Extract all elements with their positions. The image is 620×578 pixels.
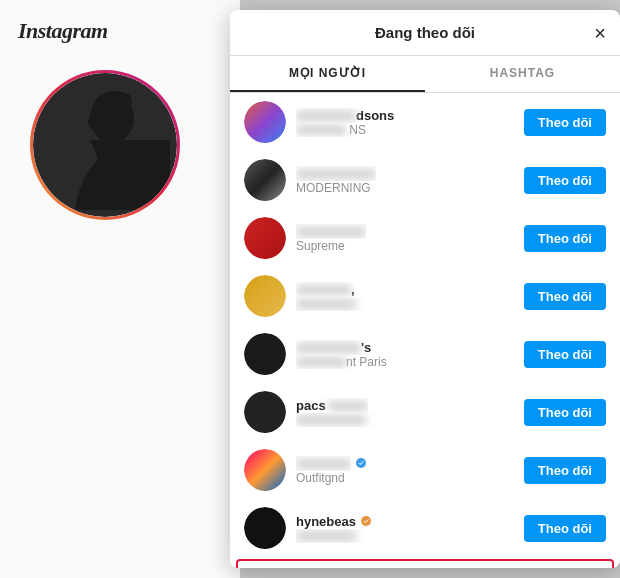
verified-icon [360, 515, 372, 527]
modal-tabs: MỌI NGƯỜI HASHTAG [230, 56, 620, 93]
follow-button[interactable]: Theo dõi [524, 283, 606, 310]
user-list: dsons NS Theo dõi MODERNING [230, 93, 620, 568]
tab-moi-nguoi[interactable]: MỌI NGƯỜI [230, 56, 425, 92]
user-info: pacs [296, 398, 514, 427]
user-info: Outfitgnd [296, 456, 514, 485]
user-info: MODERNING [296, 166, 514, 195]
user-info: 's nt Paris [296, 340, 514, 369]
follow-button[interactable]: Theo dõi [524, 341, 606, 368]
user-row: pacs Theo dõi [230, 383, 620, 441]
svg-point-0 [90, 93, 134, 143]
modal-close-button[interactable]: × [594, 23, 606, 43]
user-row: Supreme Theo dõi [230, 209, 620, 267]
avatar [244, 391, 286, 433]
instagram-logo: Instagram [18, 18, 108, 44]
username: pacs [296, 398, 368, 413]
user-info: hynebeas [296, 514, 514, 543]
display-name [296, 413, 514, 427]
username: 's [296, 340, 371, 355]
avatar [244, 449, 286, 491]
user-info: dsons NS [296, 108, 514, 137]
user-row: dsons NS Theo dõi [230, 93, 620, 151]
user-row-highlighted: thieubaotram Thiều Bảo Trâm 🇻🇳 Đang theo… [236, 559, 614, 568]
display-name: Supreme [296, 239, 514, 253]
modal-header: Đang theo dõi × [230, 10, 620, 56]
user-row: , Theo dõi [230, 267, 620, 325]
avatar [244, 333, 286, 375]
avatar [244, 101, 286, 143]
user-info: Supreme [296, 224, 514, 253]
follow-button[interactable]: Theo dõi [524, 515, 606, 542]
user-row: hynebeas Theo dõi [230, 499, 620, 557]
user-info: , [296, 282, 514, 311]
follow-button[interactable]: Theo dõi [524, 225, 606, 252]
follow-button[interactable]: Theo dõi [524, 457, 606, 484]
display-name [296, 529, 514, 543]
username [296, 166, 376, 181]
modal-title: Đang theo dõi [375, 24, 475, 41]
avatar [244, 507, 286, 549]
follow-button[interactable]: Theo dõi [524, 167, 606, 194]
verified-icon [355, 457, 367, 469]
display-name: MODERNING [296, 181, 514, 195]
username [296, 456, 351, 471]
user-row: Outfitgnd Theo dõi [230, 441, 620, 499]
profile-picture [30, 70, 180, 220]
username: dsons [296, 108, 394, 123]
tab-hashtag[interactable]: HASHTAG [425, 56, 620, 92]
display-name: Outfitgnd [296, 471, 514, 485]
username: hynebeas [296, 514, 356, 529]
svg-point-1 [88, 116, 96, 128]
follow-button[interactable]: Theo dõi [524, 399, 606, 426]
following-modal: Đang theo dõi × MỌI NGƯỜI HASHTAG dsons … [230, 10, 620, 568]
avatar [244, 159, 286, 201]
display-name: NS [296, 123, 514, 137]
display-name [296, 297, 514, 311]
username [296, 224, 366, 239]
user-row: 's nt Paris Theo dõi [230, 325, 620, 383]
avatar [244, 217, 286, 259]
avatar [244, 275, 286, 317]
follow-button[interactable]: Theo dõi [524, 109, 606, 136]
display-name: nt Paris [296, 355, 514, 369]
user-row: MODERNING Theo dõi [230, 151, 620, 209]
username: , [296, 282, 355, 297]
